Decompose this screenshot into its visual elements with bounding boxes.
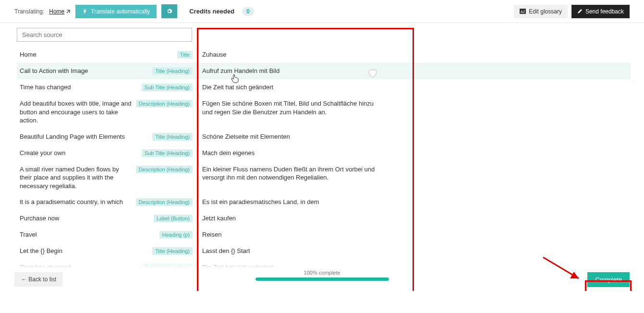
progress-label: 100% complete	[255, 270, 389, 276]
source-text: Add beautiful boxes with title, image an…	[20, 99, 136, 125]
source-text: Time has changed	[20, 83, 142, 92]
source-cell: HomeTitle	[17, 47, 195, 63]
type-badge: Description (Heading)	[136, 198, 193, 206]
progress-fill	[255, 277, 389, 281]
main-content: HomeTitleZuhauseCall to Action with Imag…	[0, 23, 644, 291]
table-row[interactable]: Call to Action with ImageTitle (Heading)…	[17, 63, 631, 79]
edit-glossary-button[interactable]: AZ Edit glossary	[514, 5, 568, 18]
home-link-text: Home	[49, 8, 64, 15]
type-badge: Heading (p)	[159, 231, 193, 239]
credits-badge: 0	[242, 7, 254, 16]
toolbar-left: Translating: Home Translate automaticall…	[14, 4, 254, 18]
type-badge: Description (Heading)	[136, 100, 193, 108]
type-badge: Sub Title (Heading)	[142, 149, 193, 157]
external-link-icon	[66, 9, 71, 14]
target-cell[interactable]: Jetzt kaufen	[195, 210, 383, 227]
send-feedback-label: Send feedback	[585, 8, 624, 15]
type-badge: Sub Title (Heading)	[142, 84, 193, 91]
back-to-list-button[interactable]: ← Back to list	[14, 272, 63, 287]
table-row[interactable]: It is a paradisematic country, in whichD…	[17, 194, 631, 210]
type-badge: Title (Heading)	[152, 247, 193, 255]
target-cell[interactable]: Reisen	[195, 227, 383, 243]
source-cell: Time has changedSub Title (Heading)	[17, 79, 195, 96]
table-row[interactable]: Beautiful Landing Page with ElementsTitl…	[17, 129, 631, 145]
heart-icon[interactable]	[367, 69, 378, 78]
source-text: Let the {} Begin	[20, 247, 152, 255]
source-text: Call to Action with Image	[20, 67, 152, 75]
target-cell[interactable]: Aufruf zum Handeln mit Bild	[195, 63, 383, 79]
gear-icon	[166, 8, 172, 14]
type-badge: Description (Heading)	[136, 166, 193, 173]
table-row[interactable]: Let the {} BeginTitle (Heading)Lasst den…	[17, 243, 631, 259]
source-cell: Purchase nowLabel (Button)	[17, 210, 195, 227]
translating-label: Translating:	[14, 8, 44, 15]
target-cell[interactable]: Lasst den {} Start	[195, 243, 383, 259]
glossary-icon: AZ	[520, 9, 526, 14]
source-text: Home	[20, 50, 177, 59]
type-badge: Title	[177, 51, 193, 59]
source-cell: A small river named Duden flows by their…	[17, 161, 195, 194]
pencil-icon	[577, 9, 583, 14]
source-text: Create your own	[20, 149, 142, 157]
translate-automatically-button[interactable]: Translate automatically	[75, 5, 157, 18]
table-row[interactable]: A small river named Duden flows by their…	[17, 161, 631, 194]
translate-settings-button[interactable]	[161, 4, 177, 18]
source-cell: Let the {} BeginTitle (Heading)	[17, 243, 195, 259]
target-cell[interactable]: Ein kleiner Fluss namens Duden fließt an…	[195, 161, 383, 186]
complete-button[interactable]: Complete	[587, 272, 630, 287]
toolbar: Translating: Home Translate automaticall…	[0, 0, 644, 23]
translate-auto-label: Translate automatically	[91, 8, 150, 15]
source-text: A small river named Duden flows by their…	[20, 165, 136, 191]
svg-text:AZ: AZ	[521, 10, 525, 13]
source-cell: Beautiful Landing Page with ElementsTitl…	[17, 129, 195, 145]
source-cell: Create your ownSub Title (Heading)	[17, 145, 195, 161]
edit-glossary-label: Edit glossary	[529, 8, 562, 15]
table-row[interactable]: Time has changedSub Title (Heading)Die Z…	[17, 79, 631, 96]
source-cell: Call to Action with ImageTitle (Heading)	[17, 63, 195, 79]
table-row[interactable]: HomeTitleZuhause	[17, 47, 631, 63]
source-text: Purchase now	[20, 214, 154, 223]
target-cell[interactable]: Mach dein eigenes	[195, 145, 383, 161]
bolt-icon	[82, 8, 88, 14]
table-row[interactable]: Create your ownSub Title (Heading)Mach d…	[17, 145, 631, 161]
source-text: It is a paradisematic country, in which	[20, 198, 136, 206]
target-cell[interactable]: Fügen Sie schöne Boxen mit Titel, Bild u…	[195, 96, 383, 120]
target-cell[interactable]: Zuhause	[195, 47, 383, 63]
target-cell[interactable]: Die Zeit hat sich geändert	[195, 79, 383, 96]
send-feedback-button[interactable]: Send feedback	[571, 5, 630, 18]
source-text: Beautiful Landing Page with Elements	[20, 132, 152, 141]
source-column-header	[17, 28, 195, 42]
type-badge: Title (Heading)	[152, 67, 193, 75]
source-text: Travel	[20, 230, 159, 239]
source-cell: It is a paradisematic country, in whichD…	[17, 194, 195, 210]
source-cell: Add beautiful boxes with title, image an…	[17, 96, 195, 129]
source-cell: TravelHeading (p)	[17, 227, 195, 243]
table-row[interactable]: TravelHeading (p)Reisen	[17, 227, 631, 243]
target-cell[interactable]: Es ist ein paradiesmatisches Land, in de…	[195, 194, 383, 210]
table-row[interactable]: Purchase nowLabel (Button)Jetzt kaufen	[17, 210, 631, 227]
credits-needed-label: Credits needed	[189, 8, 234, 15]
toolbar-right: AZ Edit glossary Send feedback	[514, 5, 630, 18]
translation-rows: HomeTitleZuhauseCall to Action with Imag…	[17, 47, 631, 291]
progress-bar	[255, 277, 389, 281]
type-badge: Title (Heading)	[152, 133, 193, 141]
search-input[interactable]	[17, 28, 192, 42]
target-cell[interactable]: Schöne Zielseite mit Elementen	[195, 129, 383, 145]
type-badge: Label (Button)	[154, 215, 193, 222]
footer: ← Back to list 100% complete Complete	[0, 268, 644, 291]
home-link[interactable]: Home	[49, 8, 71, 15]
table-row[interactable]: Add beautiful boxes with title, image an…	[17, 96, 631, 129]
progress-wrap: 100% complete	[255, 270, 389, 281]
